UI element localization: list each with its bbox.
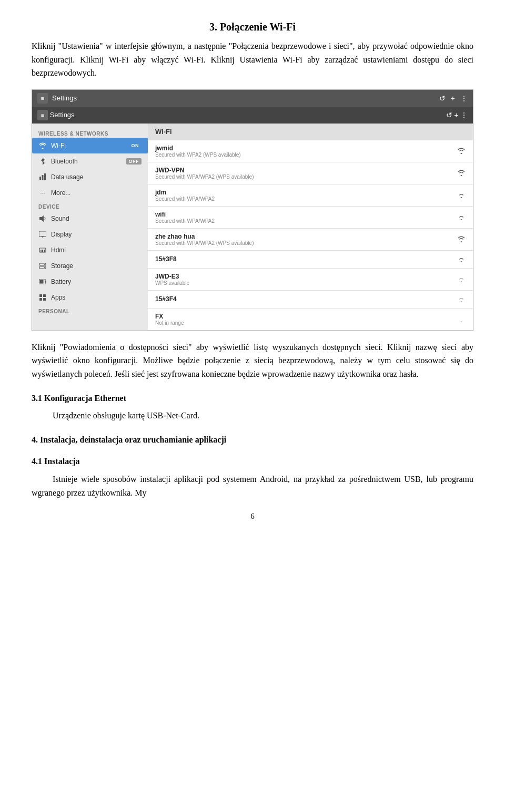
menu-item-storage[interactable]: Storage: [32, 258, 148, 274]
page-number: 6: [32, 510, 473, 522]
wifi-signal-icon-fx: [457, 315, 466, 324]
svg-rect-10: [44, 250, 45, 252]
sound-icon: [38, 214, 47, 223]
network-sub-zhezhaohua: Secured with WPA/WPA2 (WPS available): [155, 240, 254, 246]
more-label: More...: [51, 189, 142, 197]
network-name-15f8: 15#3F8: [155, 255, 177, 263]
storage-label: Storage: [51, 262, 142, 270]
settings-body: WIRELESS & NETWORKS Wi-Fi ON Bluetooth O…: [32, 124, 473, 331]
menu-item-apps[interactable]: Apps: [32, 290, 148, 305]
network-name-zhezhaohua: zhe zhao hua: [155, 233, 254, 240]
right-panel: Wi-Fi jwmid Secured with WPA2 (WPS avail…: [148, 124, 473, 331]
section-wireless-label: WIRELESS & NETWORKS: [32, 128, 148, 138]
svg-rect-19: [43, 294, 46, 297]
network-name-fx: FX: [155, 313, 184, 320]
wifi-label: Wi-Fi: [51, 142, 125, 149]
menu-item-bluetooth[interactable]: Bluetooth OFF: [32, 153, 148, 169]
section-31-text: Urządzenie obsługuje kartę USB-Net-Card.: [32, 409, 473, 423]
network-sub-wifi: Secured with WPA/WPA2: [155, 218, 215, 224]
svg-rect-2: [44, 173, 46, 180]
svg-rect-20: [39, 298, 42, 301]
svg-rect-0: [39, 177, 41, 180]
inner-bar-title: Settings: [50, 111, 75, 119]
paragraph-2: Kliknij "Powiadomienia o dostępności sie…: [32, 341, 473, 381]
network-sub-jdm: Secured with WPA/WPA2: [155, 196, 215, 202]
wifi-signal-icon-15f4: [457, 295, 466, 304]
inner-more-icon[interactable]: ⋮: [460, 111, 468, 119]
wifi-signal-icon-jwmid: [457, 147, 466, 156]
display-icon: [38, 230, 47, 239]
wifi-signal-icon-wifi: [457, 213, 466, 222]
display-label: Display: [51, 231, 142, 238]
outer-bar-title: Settings: [52, 94, 77, 102]
outer-settings-bar: ≡ Settings ↺ + ⋮: [32, 90, 473, 107]
svg-marker-3: [39, 215, 44, 222]
inner-bar-left: ≡ Settings: [37, 110, 75, 120]
section-personal-label: PERSONAL: [32, 305, 148, 315]
network-sub-fx: Not in range: [155, 320, 184, 326]
wifi-network-jwmid[interactable]: jwmid Secured with WPA2 (WPS available): [148, 140, 473, 162]
wifi-icon: [38, 141, 47, 150]
network-sub-jwde3: WPS available: [155, 280, 189, 286]
outer-settings-icon: ≡: [37, 93, 48, 104]
wifi-network-wifi[interactable]: wifi Secured with WPA/WPA2: [148, 207, 473, 229]
menu-item-display[interactable]: Display: [32, 227, 148, 242]
wifi-network-fx[interactable]: FX Not in range: [148, 309, 473, 331]
data-usage-label: Data usage: [51, 173, 142, 181]
svg-rect-17: [40, 280, 44, 283]
inner-add-icon[interactable]: +: [454, 111, 458, 119]
section-heading: 3. Połączenie Wi-Fi: [32, 21, 473, 33]
svg-rect-8: [41, 250, 42, 252]
section-4-title: 4. Instalacja, deinstalacja oraz urucham…: [32, 433, 473, 447]
battery-icon: [38, 277, 47, 286]
menu-item-battery[interactable]: Battery: [32, 274, 148, 290]
wifi-signal-icon-15f8: [457, 255, 466, 264]
screenshot: ≡ Settings ↺ + ⋮ ≡ Settings ↺ + ⋮ WIRELE…: [32, 89, 473, 331]
right-panel-header: Wi-Fi: [148, 124, 473, 140]
wifi-network-15f8[interactable]: 15#3F8: [148, 251, 473, 269]
wifi-toggle[interactable]: ON: [129, 142, 142, 149]
more-icon[interactable]: ⋮: [460, 94, 468, 102]
wifi-network-zhezhaohua[interactable]: zhe zhao hua Secured with WPA/WPA2 (WPS …: [148, 229, 473, 251]
wifi-signal-icon-jdm: [457, 191, 466, 200]
menu-item-sound[interactable]: Sound: [32, 211, 148, 227]
data-usage-icon: [38, 173, 47, 181]
svg-rect-16: [45, 281, 46, 283]
refresh-icon[interactable]: ↺: [439, 94, 446, 102]
apps-label: Apps: [51, 294, 142, 301]
wifi-network-jwdvpn[interactable]: JWD-VPN Secured with WPA/WPA2 (WPS avail…: [148, 162, 473, 184]
left-panel: WIRELESS & NETWORKS Wi-Fi ON Bluetooth O…: [32, 124, 148, 331]
svg-rect-9: [42, 250, 43, 252]
menu-item-data-usage[interactable]: Data usage: [32, 169, 148, 185]
wifi-signal-icon-jwdvpn: [457, 169, 466, 178]
svg-rect-4: [39, 231, 46, 237]
svg-point-13: [44, 264, 45, 265]
svg-rect-1: [42, 175, 44, 180]
inner-bar-icons: ↺ + ⋮: [446, 111, 468, 119]
network-name-jwde3: JWD-E3: [155, 273, 189, 280]
section-41-text: Istnieje wiele sposobów instalacji aplik…: [32, 472, 473, 499]
network-sub-jwmid: Secured with WPA2 (WPS available): [155, 152, 241, 158]
add-icon[interactable]: +: [451, 94, 455, 102]
wifi-signal-icon-zhezhaohua: [457, 235, 466, 244]
wifi-signal-icon-jwde3: [457, 275, 466, 284]
bluetooth-label: Bluetooth: [51, 158, 122, 165]
paragraph-1: Kliknij "Ustawienia" w interfejsie główn…: [32, 39, 473, 80]
network-sub-jwdvpn: Secured with WPA/WPA2 (WPS available): [155, 174, 254, 180]
battery-label: Battery: [51, 278, 142, 285]
wifi-network-jdm[interactable]: jdm Secured with WPA/WPA2: [148, 184, 473, 207]
network-name-15f4: 15#3F4: [155, 295, 177, 303]
outer-bar-left: ≡ Settings: [37, 93, 77, 104]
storage-icon: [38, 262, 47, 270]
menu-item-wifi[interactable]: Wi-Fi ON: [32, 138, 148, 153]
wifi-network-list: jwmid Secured with WPA2 (WPS available) …: [148, 140, 473, 331]
menu-item-hdmi[interactable]: Hdmi: [32, 242, 148, 258]
bluetooth-toggle[interactable]: OFF: [126, 158, 142, 165]
wifi-network-jwde3[interactable]: JWD-E3 WPS available: [148, 269, 473, 291]
wifi-network-15f4[interactable]: 15#3F4: [148, 291, 473, 309]
section-31-title: 3.1 Konfiguracja Ethernet: [32, 392, 473, 405]
svg-rect-18: [39, 294, 42, 297]
inner-refresh-icon[interactable]: ↺: [446, 111, 452, 119]
more-options-icon: ···: [38, 189, 47, 197]
menu-item-more[interactable]: ··· More...: [32, 185, 148, 201]
